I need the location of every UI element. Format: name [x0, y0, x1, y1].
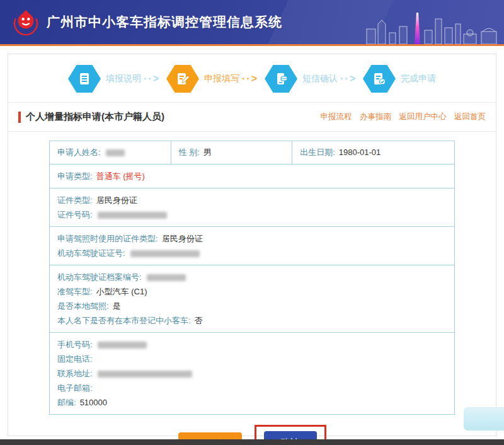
floating-widget[interactable] — [464, 407, 504, 431]
step-label: 短信确认 — [302, 73, 338, 84]
footer-bar — [0, 439, 504, 445]
field-value: 510000 — [80, 398, 107, 407]
field-value: 1980-01-01 — [339, 147, 381, 157]
field-mobile-number: 手机号码: — [57, 337, 447, 352]
field-label: 联系地址: — [57, 369, 93, 378]
field-id-number: 证件号码: — [57, 207, 447, 222]
step-item-instructions: 填报说明 — [68, 64, 141, 93]
field-owns-registered-car: 本人名下是否有在本市登记中小客车:否 — [57, 313, 447, 328]
title-accent-bar — [18, 112, 21, 123]
field-label: 机动车驾驶证档案编号: — [57, 272, 142, 282]
field-label: 出生日期: — [300, 147, 335, 157]
table-row-id-document: 证件类型:居民身份证 证件号码: — [50, 188, 454, 226]
field-value: 居民身份证 — [96, 195, 137, 205]
screen: 广州市中小客车指标调控管理信息系统 — [0, 0, 504, 445]
field-value: 小型汽车 (C1) — [96, 287, 147, 296]
step-hexagon — [363, 64, 396, 93]
field-birth-date: 出生日期:1980-01-01 — [292, 141, 454, 164]
field-value: 男 — [203, 147, 212, 157]
field-label: 手机号码: — [57, 340, 93, 349]
field-label: 邮编: — [57, 398, 76, 407]
link-return-home[interactable]: 返回首页 — [454, 112, 486, 121]
field-label: 准驾车型: — [57, 287, 93, 296]
field-label: 本人名下是否有在本市登记中小客车: — [57, 316, 191, 325]
field-label: 机动车驾驶证证号: — [57, 248, 125, 258]
field-gender: 性 别:男 — [171, 141, 293, 164]
masked-value — [98, 342, 147, 349]
masked-value — [130, 250, 200, 257]
field-value: 是 — [113, 301, 121, 311]
step-arrow: ··> — [242, 73, 258, 84]
steps-bar: 填报说明 ··> 申报填写 ··> — [8, 54, 496, 102]
table-row-contact: 手机号码: 固定电话: 联系地址: 电子邮箱: 邮编:510000 — [50, 332, 454, 414]
field-license-id-type: 申请驾照时使用的证件类型:居民身份证 — [57, 231, 447, 246]
app-header: 广州市中小客车指标调控管理信息系统 — [0, 0, 504, 46]
step-hexagon — [166, 64, 199, 93]
field-application-type: 申请类型:普通车 (摇号) — [57, 169, 447, 183]
app-title: 广州市中小客车指标调控管理信息系统 — [47, 13, 282, 31]
step-label: 完成申请 — [401, 73, 436, 84]
field-postal-code: 邮编:510000 — [57, 395, 447, 410]
sms-phone-icon — [273, 71, 289, 86]
field-applicant-name: 申请人姓名: — [50, 141, 171, 164]
step-arrow: ··> — [144, 73, 160, 84]
field-license-number: 机动车驾驶证证号: — [57, 246, 447, 260]
field-value: 居民身份证 — [162, 234, 203, 243]
field-label: 证件号码: — [57, 210, 93, 219]
field-value: 否 — [195, 316, 203, 325]
complete-checklist-icon — [372, 71, 387, 86]
field-vehicle-class: 准驾车型:小型汽车 (C1) — [57, 284, 447, 299]
step-item-complete: 完成申请 — [363, 64, 436, 93]
step-hexagon — [265, 64, 297, 93]
field-email: 电子邮箱: — [57, 381, 447, 395]
link-service-guide[interactable]: 办事指南 — [360, 112, 391, 121]
link-return-user-center[interactable]: 返回用户中心 — [399, 112, 447, 121]
field-contact-address: 联系地址: — [57, 366, 447, 381]
table-row-license-document: 申请驾照时使用的证件类型:居民身份证 机动车驾驶证证号: — [50, 226, 454, 265]
city-skyline-graphic — [343, 5, 500, 44]
content-card: 填报说明 ··> 申报填写 ··> — [8, 54, 496, 436]
field-label: 性 别: — [179, 147, 200, 157]
field-local-license: 是否本地驾照:是 — [57, 299, 447, 313]
field-landline: 固定电话: — [57, 352, 447, 366]
table-row-license-details: 机动车驾驶证档案编号: 准驾车型:小型汽车 (C1) 是否本地驾照:是 本人名下… — [50, 265, 454, 332]
field-license-file-number: 机动车驾驶证档案编号: — [57, 270, 447, 284]
masked-value — [98, 371, 192, 378]
table-row-application-type: 申请类型:普通车 (摇号) — [50, 164, 454, 188]
field-label: 固定电话: — [57, 354, 93, 364]
divider — [8, 131, 496, 132]
field-label: 申请驾照时使用的证件类型: — [57, 234, 158, 243]
field-label: 电子邮箱: — [57, 383, 93, 393]
field-value-highlight: 普通车 (摇号) — [96, 171, 145, 181]
edit-document-icon — [175, 71, 190, 86]
step-item-sms-confirm: 短信确认 — [265, 64, 338, 93]
step-label: 填报说明 — [106, 73, 141, 84]
document-icon — [77, 71, 92, 86]
field-label: 申请类型: — [57, 171, 93, 181]
step-hexagon — [68, 64, 101, 93]
step-item-fill-application: 申报填写 — [166, 64, 239, 93]
kapok-emblem-icon — [11, 8, 40, 37]
field-label: 申请人姓名: — [57, 147, 101, 157]
title-row: 个人增量指标申请(本市户籍人员) 申报流程 办事指南 返回用户中心 返回首页 — [8, 103, 496, 131]
nav-links: 申报流程 办事指南 返回用户中心 返回首页 — [315, 112, 486, 122]
field-id-type: 证件类型:居民身份证 — [57, 193, 447, 207]
masked-value — [106, 149, 125, 156]
info-table: 申请人姓名: 性 别:男 出生日期:1980-01-01 申请类型:普通车 (摇… — [49, 141, 455, 415]
step-arrow: ··> — [340, 73, 357, 84]
field-label: 证件类型: — [57, 195, 93, 205]
masked-value — [147, 274, 186, 281]
field-label: 是否本地驾照: — [57, 301, 109, 311]
masked-value — [98, 212, 167, 219]
table-row-identity: 申请人姓名: 性 别:男 出生日期:1980-01-01 — [50, 141, 454, 164]
step-label: 申报填写 — [204, 73, 239, 84]
page-title: 个人增量指标申请(本市户籍人员) — [26, 111, 164, 123]
link-application-process[interactable]: 申报流程 — [321, 112, 352, 121]
